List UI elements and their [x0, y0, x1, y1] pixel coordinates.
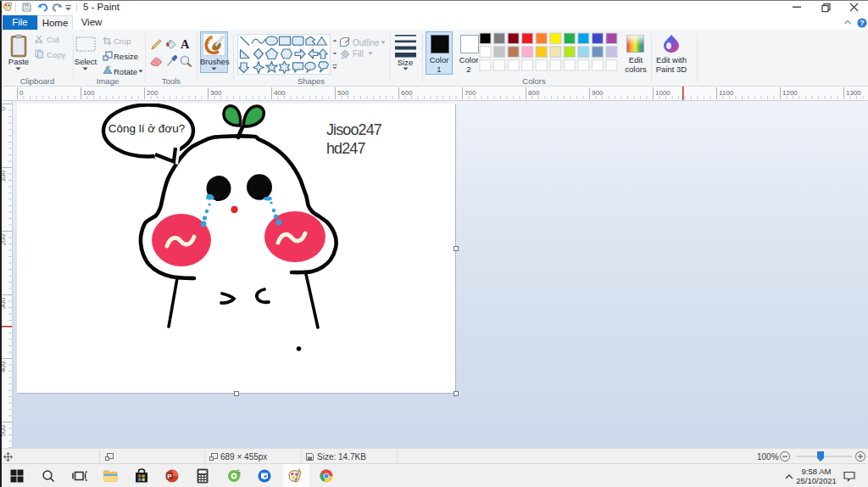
svg-text:300: 300	[210, 89, 222, 97]
svg-text:900: 900	[592, 89, 604, 97]
svg-text:1200: 1200	[782, 89, 798, 97]
svg-text:1100: 1100	[719, 89, 734, 97]
svg-text:600: 600	[401, 89, 413, 97]
svg-text:Jisoo247: Jisoo247	[326, 121, 382, 138]
svg-text:Công lí ở đơu?: Công lí ở đơu?	[108, 122, 186, 135]
svg-text:700: 700	[465, 89, 476, 97]
svg-text:P: P	[167, 473, 172, 480]
svg-text:1300: 1300	[846, 89, 861, 97]
svg-text:hd247: hd247	[326, 140, 365, 157]
svg-text:500: 500	[337, 89, 349, 97]
svg-text:400: 400	[274, 89, 286, 97]
svg-text:200: 200	[147, 89, 159, 97]
svg-text:?: ?	[860, 19, 865, 27]
svg-text:100: 100	[83, 89, 95, 97]
svg-text:1000: 1000	[655, 89, 670, 97]
svg-text:0: 0	[19, 89, 24, 97]
svg-text:800: 800	[528, 89, 540, 97]
